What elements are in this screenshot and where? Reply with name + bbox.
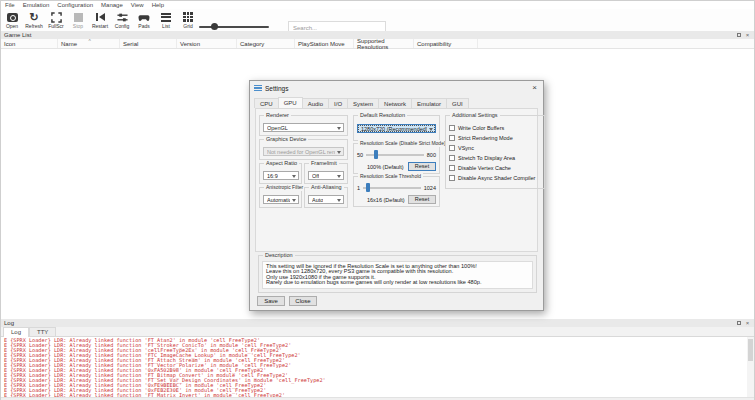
column-header-playstation-move[interactable]: PlayStation Move <box>295 39 354 48</box>
anti-aliasing-group: Anti-Aliasing Auto <box>304 187 348 208</box>
config-button[interactable]: Config <box>111 10 133 31</box>
menu-item[interactable]: Configuration <box>53 1 97 9</box>
menu-item[interactable]: View <box>127 1 148 9</box>
game-list-title: Game List <box>4 32 31 38</box>
checkbox-unchecked[interactable] <box>449 155 455 161</box>
resolution-scale-max: 800 <box>427 152 436 158</box>
column-header-category[interactable]: Category <box>237 39 295 48</box>
chevron-down-icon <box>292 199 296 202</box>
tab-tty[interactable]: TTY <box>29 327 56 336</box>
column-header-supported-resolutions[interactable]: Supported Resolutions <box>354 39 414 48</box>
framelimit-select[interactable]: Off <box>308 171 344 180</box>
anisotropic-filter-group: Anisotropic Filter Automatic <box>259 187 302 208</box>
tab-system[interactable]: System <box>347 98 379 108</box>
resolution-scale-slider[interactable] <box>366 150 424 159</box>
game-list-column-headers: Icon ^ Name Serial Version Category Play… <box>1 39 754 49</box>
tab-audio[interactable]: Audio <box>302 98 329 108</box>
log-panel-title: Log <box>4 320 14 326</box>
close-icon[interactable]: × <box>530 84 539 92</box>
checkbox-unchecked[interactable] <box>449 145 455 151</box>
open-icon <box>7 12 18 23</box>
anisotropic-filter-select[interactable]: Automatic <box>263 195 299 204</box>
settings-dialog: Settings × CPU GPU Audio I/O System Netw… <box>249 80 544 311</box>
additional-settings-checkboxes: Write Color Buffers Strict Rendering Mod… <box>449 123 542 183</box>
close-panel-icon[interactable]: × <box>744 320 751 326</box>
graphics-device-group: Graphics Device Not needed for OpenGL re… <box>259 139 348 160</box>
stop-button[interactable]: Stop <box>67 10 89 31</box>
tab-network[interactable]: Network <box>378 98 412 108</box>
tab-log[interactable]: Log <box>3 327 29 337</box>
checkbox-label: Disable Async Shader Compiler <box>458 175 535 181</box>
menu-item[interactable]: File <box>1 1 19 9</box>
checkbox-row[interactable]: Stretch To Display Area <box>449 153 542 163</box>
checkbox-unchecked[interactable] <box>449 125 455 131</box>
chevron-down-icon <box>337 175 341 178</box>
settings-dialog-title: Settings <box>265 85 289 92</box>
threshold-value: 16x16 (Default) <box>367 197 405 203</box>
pads-button[interactable]: Pads <box>133 10 155 31</box>
close-button[interactable]: Close <box>289 296 317 306</box>
fullscreen-button[interactable]: FullScr <box>45 10 67 31</box>
column-header-compatibility[interactable]: Compatibility <box>414 39 478 48</box>
menu-item[interactable]: Help <box>148 1 168 9</box>
close-panel-icon[interactable]: × <box>744 32 751 38</box>
checkbox-unchecked[interactable] <box>449 165 455 171</box>
slider-thumb[interactable] <box>366 183 370 192</box>
fullscreen-icon <box>51 12 62 23</box>
grid-view-button[interactable]: Grid <box>177 10 199 31</box>
icon-size-slider[interactable] <box>199 22 269 31</box>
renderer-select[interactable]: OpenGL <box>263 123 344 132</box>
menu-item[interactable]: Emulation <box>19 1 54 9</box>
checkbox-row[interactable]: Write Color Buffers <box>449 123 542 133</box>
float-panel-icon[interactable] <box>735 32 742 38</box>
log-output[interactable]: E {SPRX Loader} LDR: Already linked func… <box>1 337 747 397</box>
float-panel-icon[interactable] <box>735 320 742 326</box>
column-header-icon[interactable]: Icon <box>1 39 58 48</box>
tab-emulator[interactable]: Emulator <box>411 98 447 108</box>
default-resolution-select[interactable]: 1280x720 (Recommended) <box>357 124 436 133</box>
refresh-button-label: Refresh <box>25 24 43 29</box>
threshold-reset-button[interactable]: Reset <box>408 195 436 204</box>
restart-icon <box>96 12 105 23</box>
refresh-button[interactable]: ↻ Refresh <box>23 10 45 31</box>
column-header-serial[interactable]: Serial <box>120 39 177 48</box>
column-header-name[interactable]: ^ Name <box>58 39 120 48</box>
default-resolution-group: Default Resolution 1280x720 (Recommended… <box>353 115 440 141</box>
log-scrollbar[interactable] <box>747 337 754 397</box>
grid-view-button-label: Grid <box>183 24 192 29</box>
save-button[interactable]: Save <box>257 296 285 306</box>
resolution-scale-reset-button[interactable]: Reset <box>408 162 436 171</box>
scrollbar-thumb[interactable] <box>748 339 753 361</box>
additional-settings-group: Additional Settings Write Color Buffers … <box>445 115 545 189</box>
tab-gui[interactable]: GUI <box>446 98 469 108</box>
checkbox-row[interactable]: VSync <box>449 143 542 153</box>
column-header-version[interactable]: Version <box>177 39 237 48</box>
tab-io[interactable]: I/O <box>328 98 348 108</box>
checkbox-row[interactable]: Strict Rendering Mode <box>449 133 542 143</box>
slider-thumb[interactable] <box>211 23 218 30</box>
tab-cpu[interactable]: CPU <box>254 98 279 108</box>
resolution-scale-threshold-group: Resolution Scale Threshold 1 1024 16x16 … <box>353 176 440 207</box>
resolution-scale-min: 50 <box>357 152 363 158</box>
settings-dialog-titlebar[interactable]: Settings × <box>250 81 543 95</box>
renderer-group: Renderer OpenGL <box>259 115 348 136</box>
resolution-scale-value: 100% (Default) <box>367 164 404 170</box>
restart-button[interactable]: Restart <box>89 10 111 31</box>
resolution-scale-threshold-slider[interactable] <box>363 183 421 192</box>
slider-thumb[interactable] <box>374 150 378 159</box>
tab-gpu[interactable]: GPU <box>278 97 303 108</box>
description-line: Rarely due to emulation bugs some games … <box>266 280 529 285</box>
checkbox-row[interactable]: Disable Async Shader Compiler <box>449 173 542 183</box>
toolbar: Open ↻ Refresh FullScr Stop Restart Conf… <box>1 9 754 31</box>
checkbox-unchecked[interactable] <box>449 135 455 141</box>
config-button-label: Config <box>115 24 129 29</box>
list-view-button[interactable]: List <box>155 10 177 31</box>
open-button[interactable]: Open <box>1 10 23 31</box>
graphics-device-select: Not needed for OpenGL renderer <box>263 147 344 156</box>
restart-button-label: Restart <box>92 24 108 29</box>
checkbox-unchecked[interactable] <box>449 175 455 181</box>
aspect-ratio-select[interactable]: 16:9 <box>263 171 299 180</box>
checkbox-row[interactable]: Disable Vertex Cache <box>449 163 542 173</box>
anti-aliasing-select[interactable]: Auto <box>308 195 344 204</box>
menu-item[interactable]: Manage <box>97 1 127 9</box>
